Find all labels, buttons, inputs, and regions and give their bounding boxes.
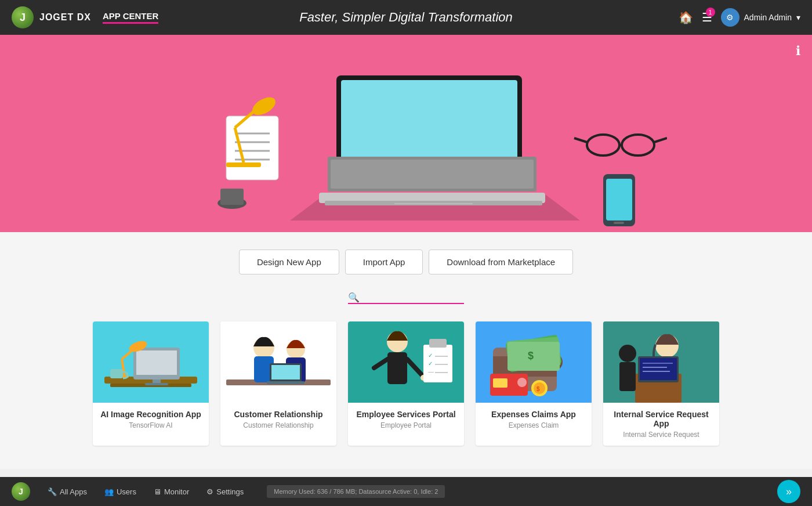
- app-card-body-expenses: Expenses Claims App Expenses Claim: [476, 403, 592, 436]
- brand-name: JOGET DX: [39, 12, 91, 23]
- apps-section: AI Image Recognition App TensorFlow AI: [0, 321, 812, 469]
- footer-status: Memory Used: 636 / 786 MB; Datasource Ac…: [267, 485, 445, 498]
- monitor-icon: 🖥: [154, 487, 161, 496]
- footer-expand-button[interactable]: »: [777, 480, 800, 503]
- svg-rect-38: [110, 369, 123, 378]
- app-card-title-ai: AI Image Recognition App: [100, 410, 202, 419]
- svg-rect-33: [145, 383, 168, 385]
- svg-rect-89: [619, 362, 636, 391]
- chevron-down-icon: ▾: [796, 13, 800, 22]
- footer-logo: J: [12, 482, 30, 501]
- header-right: 🏠 ☰ 1 ⚙ Admin Admin ▾: [679, 8, 800, 27]
- svg-rect-14: [394, 203, 473, 204]
- app-card-crm[interactable]: Customer Relationship Customer Relations…: [220, 321, 336, 446]
- admin-menu-button[interactable]: ⚙ Admin Admin ▾: [721, 8, 800, 27]
- nav-app-center[interactable]: APP CENTER: [103, 11, 158, 24]
- svg-line-50: [407, 359, 423, 377]
- header-title: Faster, Simpler Digital Transformation: [299, 10, 513, 25]
- svg-text:✓: ✓: [428, 352, 433, 359]
- admin-avatar: ⚙: [721, 8, 740, 27]
- svg-text:✓: ✓: [428, 360, 433, 367]
- svg-rect-48: [387, 352, 407, 384]
- svg-rect-46: [267, 381, 304, 384]
- svg-point-15: [587, 135, 619, 156]
- app-card-title-employee: Employee Services Portal: [355, 410, 457, 419]
- settings-icon: ⚙: [206, 487, 213, 496]
- hero-illustration: [0, 35, 812, 232]
- design-new-app-button[interactable]: Design New App: [239, 250, 339, 274]
- svg-line-49: [374, 359, 387, 368]
- search-input[interactable]: [362, 292, 455, 302]
- svg-rect-53: [429, 339, 447, 348]
- svg-rect-45: [271, 365, 300, 380]
- app-card-subtitle-expenses: Expenses Claim: [483, 421, 585, 429]
- chevron-right-icon: »: [786, 486, 792, 498]
- app-card-internal[interactable]: Internal Service Request App Internal Se…: [603, 321, 719, 446]
- svg-point-16: [622, 135, 654, 156]
- app-card-image-employee: ✓ ✓ —: [348, 321, 464, 403]
- wrench-icon: 🔧: [48, 487, 57, 496]
- app-card-body-employee: Employee Services Portal Employee Portal: [348, 403, 464, 436]
- app-card-subtitle-ai: TensorFlow AI: [100, 421, 202, 429]
- svg-text:$: $: [536, 386, 540, 392]
- app-card-image-crm: [220, 321, 336, 403]
- footer-settings-button[interactable]: ⚙ Settings: [206, 487, 244, 496]
- app-card-image-internal: [603, 321, 719, 403]
- action-buttons-area: Design New App Import App Download from …: [0, 232, 812, 286]
- app-card-title-expenses: Expenses Claims App: [483, 410, 585, 419]
- svg-rect-13: [331, 160, 534, 189]
- admin-label: Admin Admin: [744, 13, 792, 22]
- svg-line-19: [654, 138, 667, 142]
- svg-rect-31: [136, 350, 177, 375]
- app-card-subtitle-employee: Employee Portal: [355, 421, 457, 429]
- svg-rect-21: [606, 179, 632, 221]
- footer: J 🔧 All Apps 👥 Users 🖥 Monitor ⚙ Setting…: [0, 477, 812, 506]
- logo-area: J JOGET DX: [12, 6, 91, 28]
- svg-point-88: [619, 345, 636, 362]
- svg-point-26: [249, 94, 278, 119]
- svg-text:—: —: [428, 368, 434, 375]
- search-icon: 🔍: [348, 292, 360, 303]
- search-area: 🔍: [0, 286, 812, 321]
- svg-rect-22: [614, 222, 624, 224]
- notifications-button[interactable]: ☰ 1: [702, 10, 712, 24]
- app-card-title-crm: Customer Relationship: [227, 410, 329, 419]
- logo-icon: J: [12, 6, 34, 28]
- app-card-subtitle-crm: Customer Relationship: [227, 421, 329, 429]
- svg-line-18: [574, 138, 587, 142]
- home-button[interactable]: 🏠: [679, 10, 693, 24]
- svg-text:$: $: [528, 350, 534, 362]
- app-card-image-ai: [93, 321, 209, 403]
- app-card-ai-image[interactable]: AI Image Recognition App TensorFlow AI: [93, 321, 209, 446]
- app-card-employee[interactable]: ✓ ✓ — Employee Services Portal Employee …: [348, 321, 464, 446]
- app-card-subtitle-internal: Internal Service Request: [610, 431, 712, 439]
- import-app-button[interactable]: Import App: [345, 250, 423, 274]
- app-card-body-ai: AI Image Recognition App TensorFlow AI: [93, 403, 209, 436]
- svg-rect-0: [226, 116, 278, 180]
- svg-point-76: [517, 378, 527, 387]
- header: J JOGET DX APP CENTER Faster, Simpler Di…: [0, 0, 812, 35]
- footer-monitor-button[interactable]: 🖥 Monitor: [154, 487, 189, 496]
- svg-rect-6: [220, 189, 244, 205]
- svg-rect-84: [640, 358, 677, 380]
- svg-rect-23: [226, 162, 261, 167]
- notification-badge: 1: [706, 8, 715, 17]
- app-card-body-internal: Internal Service Request App Internal Se…: [603, 403, 719, 446]
- footer-users-button[interactable]: 👥 Users: [104, 487, 136, 496]
- app-card-body-crm: Customer Relationship Customer Relations…: [220, 403, 336, 436]
- download-marketplace-button[interactable]: Download from Marketplace: [429, 250, 573, 274]
- search-container: 🔍: [348, 292, 464, 304]
- app-card-expenses[interactable]: $ $ $ Expenses Claims App Expenses Claim: [476, 321, 592, 446]
- app-card-title-internal: Internal Service Request App: [610, 410, 712, 428]
- footer-all-apps-button[interactable]: 🔧 All Apps: [48, 487, 87, 496]
- app-card-image-expenses: $ $ $: [476, 321, 592, 403]
- hero-banner: ℹ: [0, 35, 812, 232]
- svg-rect-75: [493, 378, 507, 388]
- users-icon: 👥: [104, 487, 114, 496]
